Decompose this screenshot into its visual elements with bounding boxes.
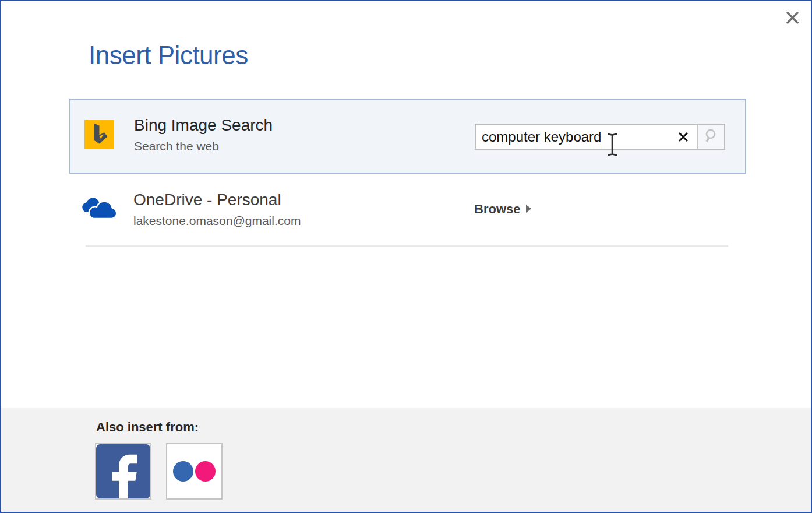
bing-search-box xyxy=(475,124,725,150)
also-insert-footer: Also insert from: xyxy=(1,408,811,512)
close-icon xyxy=(785,10,800,27)
flickr-icon xyxy=(173,461,216,482)
onedrive-cloud-icon xyxy=(81,192,117,223)
bing-subtitle: Search the web xyxy=(134,139,219,153)
dialog-title: Insert Pictures xyxy=(89,41,248,70)
flickr-pink-dot xyxy=(195,461,216,482)
browse-link[interactable]: Browse xyxy=(474,202,532,217)
bing-icon xyxy=(84,120,114,149)
facebook-icon xyxy=(96,444,150,498)
flickr-button[interactable] xyxy=(166,443,223,500)
browse-label: Browse xyxy=(474,202,520,217)
facebook-button[interactable] xyxy=(95,443,151,500)
provider-row-bing: Bing Image Search Search the web xyxy=(69,99,746,174)
search-input[interactable] xyxy=(476,125,697,149)
onedrive-email: lakestone.omason@gmail.com xyxy=(133,214,301,228)
bing-title: Bing Image Search xyxy=(134,116,273,135)
close-button[interactable] xyxy=(783,9,802,28)
browse-arrow-icon xyxy=(525,202,532,217)
clear-search-icon[interactable] xyxy=(673,125,694,149)
provider-row-onedrive: OneDrive - Personal lakestone.omason@gma… xyxy=(69,182,746,237)
also-insert-label: Also insert from: xyxy=(96,420,199,435)
flickr-blue-dot xyxy=(173,461,193,482)
magnifier-icon xyxy=(704,128,719,146)
onedrive-title: OneDrive - Personal xyxy=(133,191,281,209)
insert-pictures-dialog: Insert Pictures Bing Image Search Search… xyxy=(0,0,812,513)
rows-divider xyxy=(86,245,728,247)
search-button[interactable] xyxy=(697,125,724,149)
